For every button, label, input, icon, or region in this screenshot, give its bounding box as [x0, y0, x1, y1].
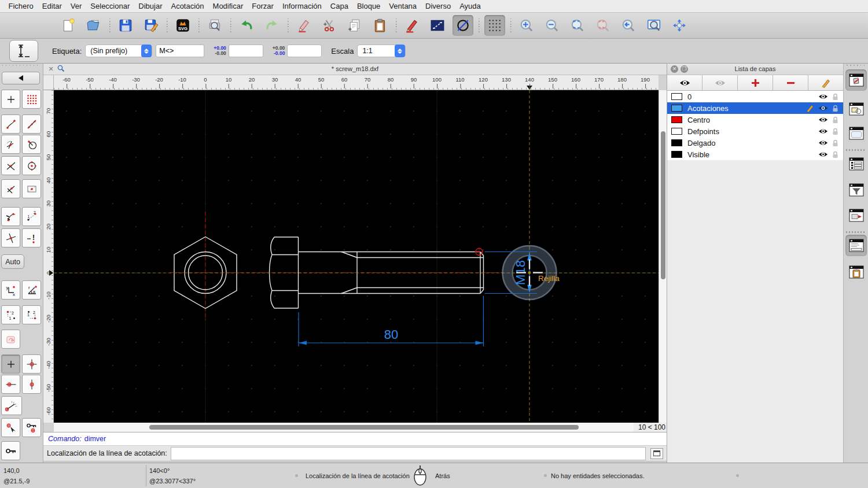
zoom-auto-button[interactable] — [567, 15, 588, 36]
restrict-vertical-button[interactable] — [22, 375, 41, 394]
horizontal-scrollbar[interactable] — [54, 423, 635, 432]
dock-clipboard-button[interactable] — [845, 261, 867, 283]
restrict-selected-button[interactable] — [1, 330, 20, 349]
layer-lock-toggle[interactable] — [832, 116, 838, 124]
zoom-selection-button[interactable] — [593, 15, 613, 36]
menu-forzar[interactable]: Forzar — [248, 2, 278, 10]
layer-row-defpoints[interactable]: Defpoints — [667, 125, 843, 137]
layer-lock-toggle[interactable] — [832, 128, 838, 135]
snap-auto-button[interactable]: Auto — [1, 254, 24, 269]
layer-visibility-toggle[interactable] — [818, 116, 828, 123]
hide-all-layers-button[interactable] — [703, 75, 738, 90]
scale-select[interactable]: 1:1 — [357, 45, 406, 57]
attributes-pen-button[interactable] — [402, 15, 422, 36]
command-input[interactable] — [171, 447, 646, 460]
layer-lock-toggle[interactable] — [832, 93, 838, 101]
dock-library-button[interactable] — [845, 123, 867, 144]
layer-lock-toggle[interactable] — [832, 105, 838, 112]
snap-distance-button[interactable] — [22, 135, 41, 154]
menu-modificar[interactable]: Modificar — [208, 2, 248, 10]
menu-acotacion[interactable]: Acotación — [167, 2, 208, 10]
drawing-canvas[interactable]: 80 M18 Rejilla — [54, 90, 659, 423]
zoom-in-button[interactable] — [516, 15, 537, 36]
redo-button[interactable] — [262, 15, 282, 36]
paste-button[interactable] — [370, 15, 391, 36]
edit-layer-button[interactable] — [808, 75, 843, 90]
modify-properties-button[interactable] — [427, 15, 448, 36]
open-file-button[interactable] — [83, 15, 104, 36]
layer-visibility-toggle[interactable] — [818, 139, 828, 146]
tolerance-upper-input[interactable] — [229, 45, 263, 57]
menu-bloque[interactable]: Bloque — [352, 2, 384, 10]
lock-relative-zero-button[interactable] — [22, 418, 41, 437]
vertical-scrollbar[interactable] — [659, 90, 667, 423]
coord-polar-button[interactable]: ra — [22, 280, 41, 300]
zoom-out-button[interactable] — [542, 15, 562, 36]
layer-visibility-toggle[interactable] — [818, 105, 828, 112]
menu-informacion[interactable]: Información — [278, 2, 326, 10]
print-preview-button[interactable] — [204, 15, 225, 36]
toggle-relative-zero-button[interactable] — [1, 441, 20, 460]
coord-cartesian-button[interactable]: yx — [1, 280, 20, 300]
cut-button[interactable] — [319, 15, 340, 36]
snap-endpoints-button[interactable] — [1, 114, 20, 134]
menu-fichero[interactable]: Fichero — [4, 2, 38, 10]
dock-blocks-button[interactable] — [845, 98, 867, 120]
dock-command-button[interactable] — [845, 235, 867, 256]
tolerance-lower-input[interactable] — [287, 45, 322, 57]
vertical-dimension-tool-button[interactable] — [9, 40, 38, 62]
dock-views-button[interactable] — [845, 205, 867, 226]
horizontal-scrollbar-thumb[interactable] — [149, 425, 579, 430]
angle-gauge-button[interactable] — [1, 396, 22, 415]
snap-middle-button[interactable] — [1, 156, 20, 175]
snap-grid-button[interactable] — [22, 90, 41, 109]
menu-ayuda[interactable]: Ayuda — [455, 2, 486, 10]
restrict-nothing-button[interactable] — [1, 354, 20, 374]
svg-export-button[interactable]: SVG — [172, 15, 193, 36]
prefix-select[interactable]: (Sin prefijo) — [85, 45, 152, 57]
snap-reference-button[interactable] — [22, 179, 41, 198]
zoom-window-button[interactable] — [643, 15, 664, 36]
layer-row-delgado[interactable]: Delgado — [667, 137, 843, 149]
save-button[interactable] — [115, 15, 136, 36]
layer-row-visible[interactable]: Visible — [667, 149, 843, 160]
vertical-scrollbar-thumb[interactable] — [661, 131, 665, 279]
snap-intersection-manual-button[interactable] — [1, 228, 20, 247]
menu-capa[interactable]: Capa — [326, 2, 352, 10]
dock-filter-button[interactable] — [845, 179, 867, 201]
layer-edit-icon[interactable] — [806, 104, 814, 112]
ref-point-21-button[interactable]: 12 — [22, 305, 41, 324]
toolbar-handle[interactable] — [847, 65, 865, 67]
set-relative-zero-button[interactable] — [1, 418, 20, 437]
zoom-pan-button[interactable] — [669, 15, 690, 36]
layer-visibility-toggle[interactable] — [818, 151, 828, 158]
layer-row-centro[interactable]: Centro — [667, 114, 843, 125]
snap-tangential-button[interactable] — [1, 207, 20, 226]
snap-free-button[interactable] — [1, 90, 20, 109]
menu-editar[interactable]: Editar — [38, 2, 66, 10]
toolbar-handle[interactable] — [2, 65, 38, 67]
dimension-text-input[interactable] — [156, 45, 204, 57]
snap-limits-button[interactable]: ! — [22, 228, 41, 247]
save-as-button[interactable] — [141, 15, 161, 36]
snap-two-points-button[interactable]: 12 — [22, 207, 41, 226]
layer-lock-toggle[interactable] — [832, 139, 838, 147]
command-detach-button[interactable] — [650, 448, 663, 459]
menu-seleccionar[interactable]: Seleccionar — [86, 2, 134, 10]
restrict-horizontal-button[interactable] — [1, 375, 20, 394]
layer-row-acotaciones[interactable]: Acotaciones — [667, 102, 843, 114]
menu-ventana[interactable]: Ventana — [385, 2, 421, 10]
menu-dibujar[interactable]: Dibujar — [134, 2, 167, 10]
show-all-layers-button[interactable] — [667, 75, 703, 90]
layer-visibility-toggle[interactable] — [818, 128, 828, 135]
delete-entity-button[interactable] — [293, 15, 314, 36]
zoom-previous-button[interactable] — [618, 15, 639, 36]
dock-entity-list-button[interactable] — [845, 153, 867, 175]
copy-button[interactable] — [344, 15, 365, 36]
snap-on-entity-button[interactable] — [22, 114, 41, 134]
undo-button[interactable] — [236, 15, 257, 36]
dock-pen-attributes-button[interactable] — [845, 69, 867, 91]
restrict-orthogonal-button[interactable] — [22, 354, 41, 374]
delete-draft-button[interactable] — [453, 15, 473, 36]
layer-lock-toggle[interactable] — [832, 151, 838, 158]
